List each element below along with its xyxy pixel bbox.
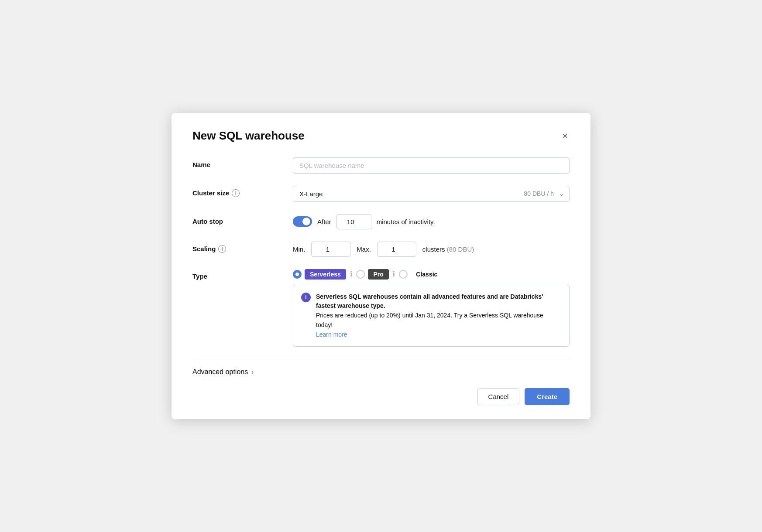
cluster-size-select[interactable]: X-Small Small Medium Large X-Large 2X-La…: [293, 186, 570, 202]
cluster-size-row: Cluster size i X-Small Small Medium Larg…: [192, 186, 570, 202]
classic-badge[interactable]: Classic: [411, 269, 443, 280]
auto-stop-minutes-input[interactable]: [336, 214, 371, 229]
advanced-chevron-icon: ›: [251, 368, 254, 375]
cluster-size-info-icon[interactable]: i: [232, 189, 240, 197]
scaling-info-icon[interactable]: i: [218, 245, 226, 253]
advanced-options-label: Advanced options: [192, 368, 248, 376]
pro-info-icon[interactable]: i: [393, 270, 395, 278]
auto-stop-control: After minutes of inactivity.: [293, 214, 570, 229]
type-control: Serverless i Pro i Classic i Se: [293, 269, 570, 347]
type-classic-option[interactable]: Classic: [399, 269, 443, 280]
serverless-radio[interactable]: [293, 270, 302, 279]
autostop-row: After minutes of inactivity.: [293, 214, 570, 229]
classic-radio[interactable]: [399, 270, 408, 279]
type-label: Type: [192, 269, 293, 280]
create-button[interactable]: Create: [525, 388, 570, 405]
scaling-row: Scaling i Min. Max. clusters (80 DBU): [192, 242, 570, 257]
scaling-min-input[interactable]: [311, 242, 350, 257]
type-pro-option[interactable]: Pro: [356, 269, 388, 280]
close-button[interactable]: ×: [560, 129, 570, 143]
footer-actions: Cancel Create: [192, 388, 570, 405]
pro-badge[interactable]: Pro: [368, 269, 388, 280]
clusters-info: clusters (80 DBU): [422, 246, 474, 253]
info-box-icon: i: [301, 293, 311, 302]
after-label: After: [317, 218, 331, 225]
auto-stop-label: Auto stop: [192, 214, 293, 225]
scaling-label: Scaling i: [192, 242, 293, 253]
auto-stop-toggle[interactable]: [293, 216, 312, 227]
cluster-size-label: Cluster size i: [192, 186, 293, 197]
cluster-size-control: X-Small Small Medium Large X-Large 2X-La…: [293, 186, 570, 202]
type-options: Serverless i Pro i Classic: [293, 269, 570, 280]
info-box-content: Serverless SQL warehouses contain all ad…: [316, 292, 561, 339]
name-row: Name: [192, 157, 570, 174]
type-row: Type Serverless i Pro i Classic: [192, 269, 570, 347]
advanced-options[interactable]: Advanced options ›: [192, 368, 570, 376]
name-control: [293, 157, 570, 174]
scaling-inputs: Min. Max. clusters (80 DBU): [293, 242, 570, 257]
inactivity-text: minutes of inactivity.: [377, 218, 435, 225]
learn-more-link[interactable]: Learn more: [316, 331, 347, 338]
auto-stop-row: Auto stop After minutes of inactivity.: [192, 214, 570, 229]
name-label: Name: [192, 157, 293, 168]
scaling-max-input[interactable]: [377, 242, 416, 257]
scaling-control: Min. Max. clusters (80 DBU): [293, 242, 570, 257]
cluster-size-select-wrapper: X-Small Small Medium Large X-Large 2X-La…: [293, 186, 570, 202]
serverless-info-box: i Serverless SQL warehouses contain all …: [293, 285, 570, 347]
divider: [192, 359, 570, 359]
type-serverless-option[interactable]: Serverless: [293, 269, 346, 280]
max-label: Max.: [357, 246, 371, 253]
clusters-dbu: (80 DBU): [447, 246, 474, 253]
pro-radio[interactable]: [356, 270, 365, 279]
dialog-header: New SQL warehouse ×: [192, 129, 570, 143]
cancel-button[interactable]: Cancel: [477, 388, 520, 405]
info-box-bold: Serverless SQL warehouses contain all ad…: [316, 293, 543, 310]
name-input[interactable]: [293, 157, 570, 174]
info-box-text: Prices are reduced (up to 20%) until Jan…: [316, 312, 543, 328]
serverless-badge[interactable]: Serverless: [305, 269, 346, 280]
min-label: Min.: [293, 246, 305, 253]
dialog-title: New SQL warehouse: [192, 129, 305, 143]
new-sql-warehouse-dialog: New SQL warehouse × Name Cluster size i …: [172, 113, 590, 419]
serverless-info-icon[interactable]: i: [350, 270, 352, 278]
